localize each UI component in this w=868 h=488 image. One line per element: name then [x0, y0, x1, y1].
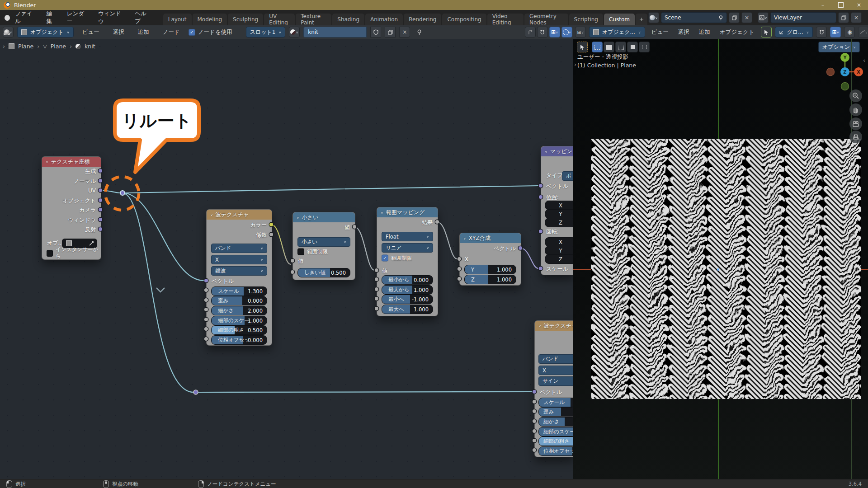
fake-user-button[interactable] [370, 27, 381, 38]
active-tool-button[interactable] [761, 27, 772, 38]
field-detail[interactable]: 細かさ [538, 417, 573, 427]
scene-unlink-button[interactable]: × [741, 12, 752, 23]
reroute-node[interactable] [120, 191, 125, 195]
region-toggle-arrow[interactable]: › [3, 43, 5, 50]
workspace-tab-uv-editing[interactable]: UV Editing [264, 14, 295, 25]
pan-button[interactable] [849, 103, 862, 116]
node-header[interactable]: ∨波テクスチャ [535, 321, 573, 331]
select-intersect-mode-button[interactable] [639, 42, 650, 52]
workspace-tab-animation[interactable]: Animation [365, 14, 403, 25]
mode-dropdown[interactable]: オブジェク...∨ [589, 27, 645, 38]
field-scale[interactable]: スケール [538, 398, 573, 407]
menu-file[interactable]: ファイル [10, 10, 41, 25]
from-instancer-toggle[interactable]: インスタンサーから [47, 246, 101, 260]
math-operation-dropdown[interactable]: 小さい∨ [297, 237, 350, 247]
region-toggle-arrow-left[interactable]: › [574, 61, 576, 68]
shader-type-dropdown[interactable]: オブジェクト∨ [17, 27, 74, 38]
material-name-field[interactable]: knit [303, 27, 367, 38]
node-mapping[interactable]: ∨マッピング タイプ: ポ ベクトル 位置: X Y Z 回転: X Y Z ス… [541, 146, 573, 275]
field-detail-roughness[interactable]: 細部の粗さ0.500 [211, 325, 267, 335]
node-map-range[interactable]: ∨範囲マッピング 結果 Float∨ リニア∨ ✓範囲制限 値 最小から0.00… [377, 207, 438, 316]
field-rotation-y[interactable]: Y [545, 246, 573, 255]
vp-menu-object[interactable]: オブジェクト [717, 28, 758, 36]
field-rotation-x[interactable]: X [545, 237, 573, 247]
zoom-button[interactable] [849, 89, 862, 102]
vp-menu-select[interactable]: 選択 [675, 28, 693, 36]
node-header[interactable]: ∨テクスチャ座標 [42, 157, 101, 167]
clamp-toggle[interactable]: ✓範囲制限 [382, 255, 412, 262]
field-scale[interactable]: スケール1.300 [211, 286, 267, 296]
workspace-tab-compositing[interactable]: Compositing [442, 14, 486, 25]
clamp-toggle[interactable]: 範囲制限 [297, 249, 328, 255]
blender-menu-icon[interactable] [5, 15, 10, 21]
workspace-tab-video-editing[interactable]: Video Editing [487, 14, 524, 25]
region-toggle-arrow-right[interactable]: ‹ [863, 57, 865, 64]
transform-orientation-dropdown[interactable]: グロ...∨ [775, 27, 813, 38]
node-texture-coordinate[interactable]: ∨テクスチャ座標 生成 ノーマル UV オブジェクト カメラ ウィンドウ 反射 … [42, 156, 101, 260]
field-phase-offset[interactable]: 位相オフセッ0.000 [211, 335, 267, 345]
node-header[interactable]: ∨マッピング [541, 146, 573, 156]
field-location-x[interactable]: X [545, 201, 573, 210]
viewlayer-browse-button[interactable]: ∨ [758, 12, 769, 23]
minimize-button[interactable]: – [814, 0, 832, 10]
eyedropper-icon[interactable] [89, 241, 94, 246]
interpolation-dropdown[interactable]: リニア∨ [382, 243, 433, 253]
field-detail[interactable]: 細かさ2.000 [211, 306, 267, 315]
go-to-parent-node-tree-button[interactable] [525, 27, 536, 38]
editor-type-button[interactable]: ∨ [3, 27, 14, 38]
node-math-less-than[interactable]: ∨小さい 値 小さい∨ 範囲制限 値 しきい値0.500 [292, 212, 355, 280]
node-header[interactable]: ∨範囲マッピング [377, 207, 438, 217]
vp-menu-add[interactable]: 追加 [696, 28, 713, 36]
select-extend-mode-button[interactable] [604, 42, 614, 52]
node-menu-view[interactable]: ビュー [77, 28, 104, 36]
node-header[interactable]: ∨XYZ合成 [460, 233, 521, 243]
mapping-type-dropdown[interactable]: ポ [562, 171, 573, 181]
node-header[interactable]: ∨小さい [293, 212, 355, 222]
viewlayer-copy-button[interactable] [838, 12, 849, 23]
field-location-z[interactable]: Z [545, 218, 573, 227]
gizmo-negative-x[interactable] [827, 68, 835, 76]
reroute-node-2[interactable] [193, 390, 198, 394]
wave-type-dropdown[interactable]: バンド [538, 354, 573, 364]
field-distortion[interactable]: 歪み [538, 407, 573, 417]
snap-target-dropdown[interactable]: ⊞∨ [549, 27, 560, 38]
field-to-max[interactable]: 最大へ1.000 [382, 305, 433, 314]
wave-type-dropdown[interactable]: バンド∨ [211, 244, 267, 253]
node-menu-select[interactable]: 選択 [108, 28, 129, 36]
workspace-tab-custom[interactable]: Custom [604, 14, 635, 25]
perspective-toggle-button[interactable] [849, 131, 862, 143]
field-from-min[interactable]: 最小から0.000 [382, 275, 433, 285]
node-menu-add[interactable]: 追加 [133, 28, 154, 36]
data-type-dropdown[interactable]: Float∨ [382, 232, 433, 241]
wave-axis-dropdown[interactable]: X [538, 366, 573, 375]
field-detail-roughness[interactable]: 細部の粗さ [538, 436, 573, 446]
add-workspace-button[interactable]: + [636, 14, 647, 25]
menu-window[interactable]: ウィンドウ [93, 10, 130, 25]
pin-icon[interactable] [718, 15, 723, 20]
proportional-editing-button[interactable]: ◉ [844, 27, 855, 38]
node-sockets[interactable] [98, 169, 543, 452]
node-graph-area[interactable]: › Plane › ▽ Plane › knit ∨テクスチャ座標 生成 ノーマ… [0, 39, 573, 479]
workspace-tab-shading[interactable]: Shading [332, 14, 364, 25]
wave-profile-dropdown[interactable]: サイン [538, 376, 573, 386]
snap-toggle-button[interactable]: Ω [816, 27, 827, 38]
viewlayer-remove-button[interactable]: × [851, 12, 862, 23]
use-nodes-toggle[interactable]: ✓ ノードを使用 [189, 28, 232, 36]
field-distortion[interactable]: 歪み0.000 [211, 296, 267, 305]
menu-help[interactable]: ヘルプ [130, 10, 156, 25]
snap-target-dropdown[interactable]: ⊞∨ [830, 27, 841, 38]
scene-selector[interactable]: Scene [661, 12, 727, 23]
node-combine-xyz[interactable]: ∨XYZ合成 ベクトル X Y1.000 Z1.000 [459, 233, 521, 286]
field-y[interactable]: Y1.000 [464, 265, 516, 274]
field-from-max[interactable]: 最大から1.000 [382, 285, 433, 295]
material-copy-button[interactable] [385, 27, 396, 38]
workspace-tab-modeling[interactable]: Modeling [193, 14, 227, 25]
editor-type-button[interactable]: ⊞∨ [575, 27, 586, 38]
node-header[interactable]: ∨波テクスチャ [207, 210, 272, 220]
workspace-tab-geometry-nodes[interactable]: Geometry Nodes [524, 14, 568, 25]
menu-edit[interactable]: 編集 [41, 10, 61, 25]
proportional-falloff-dropdown[interactable]: ∨ [858, 27, 868, 38]
close-button[interactable]: × [850, 0, 868, 10]
wave-axis-dropdown[interactable]: X∨ [211, 255, 267, 264]
field-threshold[interactable]: しきい値0.500 [297, 268, 350, 277]
